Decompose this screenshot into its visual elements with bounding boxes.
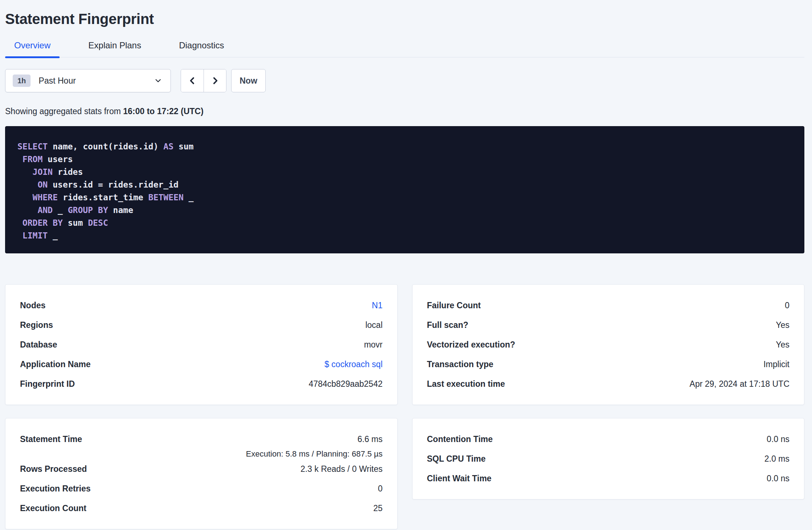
stat-value-wrap: Yes (776, 315, 789, 335)
stat-value-wrap: 0 (378, 479, 383, 498)
stat-label: Failure Count (427, 296, 481, 315)
stat-value-wrap: 4784cb829aab2542 (309, 374, 382, 394)
stat-subvalue: Execution: 5.8 ms / Planning: 687.5 µs (246, 449, 383, 459)
stat-label: Contention Time (427, 429, 493, 449)
stat-label: Last execution time (427, 374, 505, 394)
stat-row: NodesN1 (20, 296, 383, 315)
sql-line: ON users.id = rides.rider_id (17, 178, 789, 191)
stat-label: Transaction type (427, 354, 494, 374)
chevron-left-icon (188, 76, 197, 85)
stat-value: 0 (378, 479, 383, 498)
stat-label: SQL CPU Time (427, 449, 486, 469)
stat-row: Client Wait Time0.0 ns (427, 469, 790, 488)
stat-row: Contention Time0.0 ns (427, 429, 790, 449)
stat-label: Execution Retries (20, 479, 91, 498)
stat-row: Databasemovr (20, 335, 383, 354)
stat-value-wrap: 2.0 ms (764, 449, 789, 469)
stat-row: Fingerprint ID4784cb829aab2542 (20, 374, 383, 394)
stat-value: movr (364, 335, 382, 354)
stat-value-wrap: 0 (785, 296, 789, 315)
aggregated-stats-prefix: Showing aggregated stats from (5, 107, 123, 116)
time-range-label: Past Hour (39, 76, 154, 86)
now-button[interactable]: Now (231, 69, 266, 92)
stat-label: Statement Time (20, 429, 82, 459)
tab-bar: OverviewExplain PlansDiagnostics (5, 35, 804, 57)
stat-value-wrap: local (365, 315, 382, 335)
stat-label: Application Name (20, 354, 91, 374)
stat-row: SQL CPU Time2.0 ms (427, 449, 790, 469)
stat-value: Yes (776, 335, 789, 354)
time-range-dropdown[interactable]: 1h Past Hour (5, 69, 171, 92)
prev-time-button[interactable] (181, 69, 204, 92)
stat-label: Database (20, 335, 57, 354)
sql-statement-box: SELECT name, count(rides.id) AS sum FROM… (5, 126, 804, 253)
tab-overview[interactable]: Overview (5, 35, 60, 57)
stat-label: Nodes (20, 296, 45, 315)
sql-line: LIMIT _ (17, 229, 789, 242)
stat-value-wrap: 25 (373, 498, 383, 518)
stat-value: 0.0 ns (767, 429, 789, 449)
sql-line: AND _ GROUP BY name (17, 204, 789, 217)
stat-value: 4784cb829aab2542 (309, 374, 382, 394)
stat-value: local (365, 315, 382, 335)
sql-line: ORDER BY sum DESC (17, 217, 789, 229)
sql-line: JOIN rides (17, 166, 789, 178)
stat-value-wrap: movr (364, 335, 382, 354)
stat-row: Regionslocal (20, 315, 383, 335)
stat-label: Regions (20, 315, 53, 335)
stat-value: 2.3 k Reads / 0 Writes (301, 459, 383, 479)
stat-value-wrap: Apr 29, 2024 at 17:18 UTC (690, 374, 789, 394)
stat-value: Yes (776, 315, 789, 335)
page-title: Statement Fingerprint (5, 10, 804, 28)
stat-label: Execution Count (20, 498, 87, 518)
stat-value: 2.0 ms (764, 449, 789, 469)
chevron-right-icon (210, 76, 220, 85)
stat-value-link[interactable]: N1 (372, 296, 382, 315)
execution-attributes-card: Failure Count0Full scan?YesVectorized ex… (412, 284, 805, 405)
stat-value: Apr 29, 2024 at 17:18 UTC (690, 374, 789, 394)
stat-value-wrap: 0.0 ns (767, 429, 789, 449)
stat-row: Execution Count25 (20, 498, 383, 518)
stat-row: Application Name$ cockroach sql (20, 354, 383, 374)
stat-value: 0.0 ns (767, 469, 789, 488)
stat-row: Rows Processed2.3 k Reads / 0 Writes (20, 459, 383, 479)
sql-line: WHERE rides.start_time BETWEEN _ (17, 191, 789, 204)
chevron-down-icon (154, 76, 162, 85)
aggregated-stats-range: 16:00 to 17:22 (UTC) (123, 107, 204, 116)
stat-value-wrap: 2.3 k Reads / 0 Writes (301, 459, 383, 479)
sql-line: SELECT name, count(rides.id) AS sum (17, 140, 789, 153)
stat-label: Fingerprint ID (20, 374, 75, 394)
time-range-pager (181, 69, 226, 92)
stat-value-link[interactable]: $ cockroach sql (325, 354, 383, 374)
stat-value-wrap: 6.6 msExecution: 5.8 ms / Planning: 687.… (246, 429, 383, 459)
stat-value-wrap: Yes (776, 335, 789, 354)
next-time-button[interactable] (204, 69, 226, 92)
statement-fingerprint-page: Statement Fingerprint OverviewExplain Pl… (0, 0, 812, 529)
stat-value: 6.6 ms (246, 429, 383, 449)
tab-explain-plans[interactable]: Explain Plans (79, 35, 150, 57)
stat-value-wrap: Implicit (763, 354, 789, 374)
stat-value-wrap: $ cockroach sql (325, 354, 383, 374)
sql-line: FROM users (17, 153, 789, 166)
stat-value: Implicit (763, 354, 789, 374)
stat-row: Transaction typeImplicit (427, 354, 790, 374)
stat-value-wrap: 0.0 ns (767, 469, 789, 488)
stat-row: Failure Count0 (427, 296, 790, 315)
stat-row: Full scan?Yes (427, 315, 790, 335)
stat-label: Full scan? (427, 315, 469, 335)
time-range-badge: 1h (13, 75, 31, 87)
stat-row: Last execution timeApr 29, 2024 at 17:18… (427, 374, 790, 394)
stat-label: Rows Processed (20, 459, 87, 479)
statement-details-card: NodesN1RegionslocalDatabasemovrApplicati… (5, 284, 398, 405)
stat-value: 25 (373, 498, 383, 518)
stat-row: Vectorized execution?Yes (427, 335, 790, 354)
stat-value-wrap: N1 (372, 296, 382, 315)
stat-label: Client Wait Time (427, 469, 492, 488)
stat-row: Statement Time6.6 msExecution: 5.8 ms / … (20, 429, 383, 459)
time-picker-toolbar: 1h Past Hour Now (5, 69, 804, 92)
tab-diagnostics[interactable]: Diagnostics (170, 35, 233, 57)
statement-times-card: Statement Time6.6 msExecution: 5.8 ms / … (5, 418, 398, 529)
wait-times-card: Contention Time0.0 nsSQL CPU Time2.0 msC… (412, 418, 805, 499)
aggregated-stats-text: Showing aggregated stats from 16:00 to 1… (5, 106, 804, 116)
stat-label: Vectorized execution? (427, 335, 515, 354)
